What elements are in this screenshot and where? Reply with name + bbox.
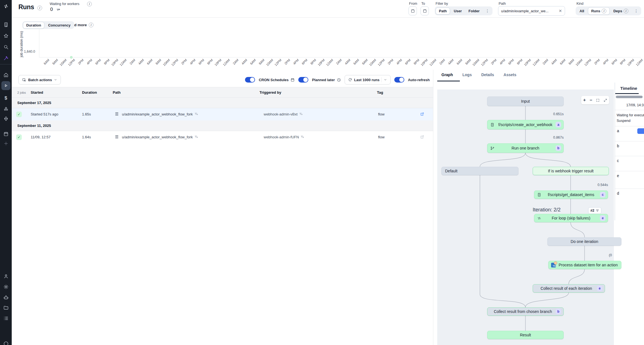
iteration-selector[interactable]: #2	[588, 207, 601, 214]
node-label: If is webhook trigger result	[548, 169, 593, 173]
timeline-panel: Timeline 17/09, 14:3 Waiting for executi…	[615, 83, 644, 220]
filter-by-more-menu[interactable]: ⋮	[483, 9, 492, 13]
filter-plus-icon[interactable]	[299, 112, 303, 116]
open-run-external-icon[interactable]	[420, 112, 424, 116]
col-duration[interactable]: Duration	[82, 90, 97, 95]
flow-node-process-dataset-item[interactable]: TS Process dataset item for an action	[548, 261, 621, 269]
schedules-calendar-icon[interactable]	[2, 130, 10, 138]
filter-by-folder-option[interactable]: Folder	[465, 8, 483, 14]
workers-robot-icon[interactable]	[2, 293, 10, 301]
from-date-button[interactable]	[408, 6, 417, 15]
branch-icon	[490, 146, 494, 150]
audit-logs-icon[interactable]	[2, 314, 10, 322]
folders-icon[interactable]	[2, 304, 10, 312]
timeline-row-b[interactable]: b	[615, 141, 644, 156]
flow-node-collect-result-branch[interactable]: Collect result from chosen branch b	[487, 307, 564, 316]
flow-node-result[interactable]: Result	[487, 331, 564, 339]
filter-plus-icon[interactable]	[301, 135, 304, 139]
waiting-filter-icon[interactable]	[56, 8, 60, 12]
flow-node-get-dataset-items[interactable]: f/scripts/get_dataset_items c	[534, 190, 608, 199]
to-date-button[interactable]	[420, 6, 429, 15]
x-tick-label: 6PM	[300, 58, 308, 67]
flow-node-run-one-branch[interactable]: Run one branch b	[487, 143, 564, 153]
runs-info-icon[interactable]: i	[37, 6, 42, 10]
home-icon[interactable]	[2, 71, 10, 79]
x-tick-label: 12PM	[68, 58, 76, 67]
sidebar-item-runs[interactable]	[1, 81, 10, 90]
kind-all-option[interactable]: All	[576, 8, 587, 14]
tab-graph[interactable]: Graph	[441, 73, 453, 77]
runs-window-dropdown[interactable]: Last 1000 runs	[345, 75, 391, 85]
kind-deps-option[interactable]: Depsi	[610, 8, 631, 15]
zoom-out-icon[interactable]: −	[590, 98, 592, 103]
legend-suspend: Suspend	[617, 118, 644, 124]
flow-node-input[interactable]: Input	[487, 96, 564, 106]
resources-icon[interactable]	[2, 105, 10, 113]
flow-node-branch-default[interactable]: Default	[441, 167, 518, 175]
clear-path-icon[interactable]: ✕	[558, 9, 563, 13]
triggers-icon[interactable]	[2, 115, 10, 122]
tab-assets[interactable]: Assets	[504, 73, 516, 77]
settings-gear-icon[interactable]	[2, 283, 10, 291]
kind-more-menu[interactable]: ⋮	[632, 9, 640, 13]
filter-plus-icon[interactable]	[194, 112, 198, 116]
tab-details[interactable]: Details	[481, 73, 494, 77]
col-path[interactable]: Path	[113, 90, 121, 95]
cron-schedules-toggle[interactable]	[245, 77, 255, 83]
flow-node-branch-if-webhook[interactable]: If is webhook trigger result	[533, 167, 609, 175]
workspace-icon[interactable]	[2, 21, 10, 28]
node-label: Process dataset item for an action	[559, 263, 618, 267]
tab-logs[interactable]: Logs	[462, 73, 472, 77]
planned-later-toggle[interactable]	[298, 77, 308, 83]
node-label: f/scripts/create_actor_webhook	[498, 122, 552, 127]
x-tick-label: 4AM	[239, 58, 248, 67]
path-input[interactable]	[501, 9, 558, 13]
expand-icon[interactable]	[604, 98, 607, 102]
help-icon[interactable]	[2, 340, 10, 345]
run-path[interactable]: u/admin/example_actor_webhook_flow_fork	[122, 112, 198, 116]
ai-wand-icon[interactable]	[2, 54, 10, 62]
flow-node-create-actor-webhook[interactable]: f/scripts/create_actor_webhook a	[487, 120, 564, 129]
favorites-star-icon[interactable]	[2, 32, 10, 40]
timeline-scrollbar[interactable]	[616, 96, 643, 98]
col-triggered-by[interactable]: Triggered by	[259, 90, 281, 95]
tab-concurrency[interactable]: Concurrency	[45, 22, 73, 28]
search-icon[interactable]	[2, 43, 10, 51]
timeline-row-c[interactable]: c	[615, 156, 644, 171]
variables-dollar-icon[interactable]: $	[2, 94, 10, 102]
run-row[interactable]: ✓ 11/09, 12:57 1.64s u/admin/example_act…	[12, 131, 433, 143]
auto-refresh-toggle[interactable]	[394, 77, 404, 83]
run-row[interactable]: ✓ Started 517s ago 1.65s u/admin/example…	[12, 108, 433, 120]
user-icon[interactable]	[2, 272, 10, 280]
zoom-in-icon[interactable]: +	[583, 98, 586, 103]
run-triggered-by[interactable]: webhook-admin-vBxt	[264, 112, 303, 116]
col-started[interactable]: Started	[31, 90, 43, 95]
x-tick-label: 10AM	[59, 58, 68, 67]
open-run-external-icon[interactable]	[420, 135, 424, 139]
load-more-info-icon[interactable]: i	[89, 23, 93, 27]
timeline-bar[interactable]	[637, 128, 644, 134]
x-tick-label: 2PM	[592, 58, 601, 67]
flow-node-do-one-iteration[interactable]: Do one iteration	[547, 237, 621, 246]
fit-view-icon[interactable]	[596, 98, 600, 102]
tab-duration[interactable]: Duration	[23, 22, 44, 29]
timeline-row-a[interactable]: a	[615, 126, 644, 141]
kind-runs-option[interactable]: Runsi	[588, 7, 610, 15]
batch-actions-button[interactable]: Batch actions	[18, 75, 61, 85]
run-path[interactable]: u/admin/example_actor_webhook_flow_fork	[122, 135, 198, 139]
windmill-logo-icon[interactable]	[2, 2, 10, 10]
run-triggered-by[interactable]: webhook-admin-fUFN	[264, 135, 304, 139]
waiting-info-icon[interactable]: i	[87, 2, 92, 6]
flow-node-for-loop[interactable]: For loop (skip failures) e	[534, 214, 608, 222]
timeline-row-d[interactable]: d	[615, 189, 644, 220]
timeline-row-e[interactable]: e	[615, 171, 644, 189]
script-icon	[490, 123, 494, 127]
filter-plus-icon[interactable]	[194, 135, 198, 139]
x-tick-label: 6AM	[455, 58, 463, 67]
col-tag[interactable]: Tag	[377, 90, 383, 95]
filter-by-path-option[interactable]: Path	[436, 8, 450, 15]
x-tick-label: 12PM	[583, 58, 592, 67]
add-plus-icon[interactable]	[2, 139, 10, 147]
filter-by-user-option[interactable]: User	[451, 8, 465, 14]
flow-node-collect-result-iteration[interactable]: Collect result of each iteration e	[533, 284, 605, 293]
